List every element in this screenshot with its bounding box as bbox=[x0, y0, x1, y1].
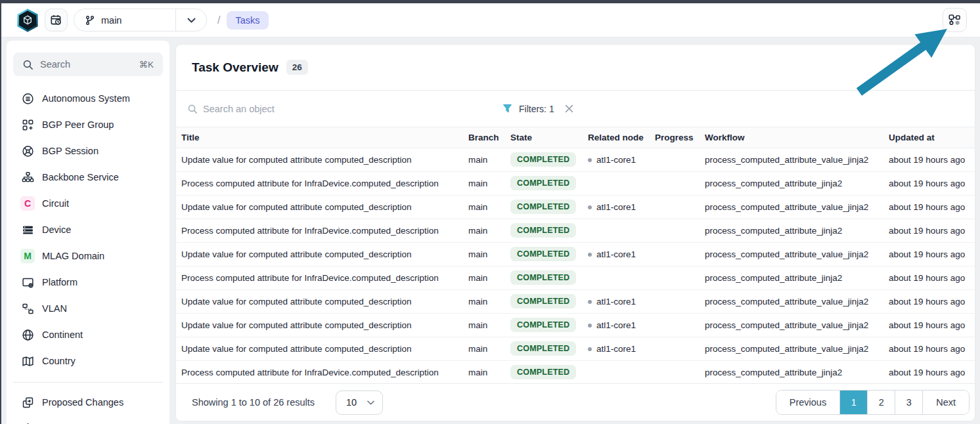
cell-related-node bbox=[583, 219, 650, 242]
cell-state: COMPLETED bbox=[505, 195, 583, 219]
top-accent-bar bbox=[0, 0, 980, 3]
cell-workflow: process_computed_attribute_value_jinja2 bbox=[700, 148, 883, 171]
cell-progress bbox=[650, 313, 700, 337]
search-icon bbox=[22, 59, 33, 70]
column-header-state: State bbox=[505, 127, 583, 148]
cell-branch: main bbox=[463, 289, 505, 313]
cell-updated-at: about 19 hours ago bbox=[883, 195, 975, 219]
table-row[interactable]: Process computed attribute for InfraDevi… bbox=[176, 219, 975, 242]
page-2-button[interactable]: 2 bbox=[867, 391, 895, 414]
table-row[interactable]: Update value for computed attribute comp… bbox=[176, 337, 975, 360]
previous-button[interactable]: Previous bbox=[776, 391, 839, 414]
table-row[interactable]: Update value for computed attribute comp… bbox=[176, 242, 975, 266]
sidebar-item-continent[interactable]: Continent bbox=[7, 322, 169, 348]
status-badge: COMPLETED bbox=[510, 223, 576, 238]
filter-funnel-icon bbox=[502, 104, 512, 114]
object-search[interactable] bbox=[187, 104, 365, 114]
infrahub-logo-icon[interactable] bbox=[16, 9, 39, 32]
cell-related-node: atl1-core1 bbox=[583, 289, 650, 313]
table-row[interactable]: Update value for computed attribute comp… bbox=[176, 148, 975, 171]
column-header-progress: Progress bbox=[650, 127, 700, 148]
cell-updated-at: about 19 hours ago bbox=[883, 266, 975, 289]
status-badge: COMPLETED bbox=[510, 152, 576, 167]
schema-visualizer-button[interactable] bbox=[943, 8, 967, 32]
table-row[interactable]: Process computed attribute for InfraDevi… bbox=[176, 266, 975, 289]
page-size-select[interactable]: 10 bbox=[336, 391, 383, 415]
sidebar-item-backbone-service[interactable]: Backbone Service bbox=[7, 164, 169, 190]
proposed-changes-icon bbox=[20, 395, 35, 410]
cell-branch: main bbox=[463, 313, 505, 337]
sidebar-item-object-management[interactable]: Object Management bbox=[7, 415, 169, 424]
schema-icon bbox=[948, 13, 962, 27]
column-header-workflow: Workflow bbox=[700, 127, 883, 148]
sidebar-item-label: BGP Peer Group bbox=[42, 119, 114, 130]
cell-title: Process computed attribute for InfraDevi… bbox=[176, 360, 463, 384]
cell-branch: main bbox=[463, 266, 505, 289]
breadcrumb-tasks[interactable]: Tasks bbox=[227, 11, 268, 30]
cell-related-node bbox=[583, 360, 650, 384]
cell-related-node bbox=[583, 266, 650, 289]
platform-icon bbox=[20, 275, 35, 289]
branch-selector[interactable]: main bbox=[74, 9, 207, 32]
cell-workflow: process_computed_attribute_jinja2 bbox=[700, 219, 883, 242]
page-1-button[interactable]: 1 bbox=[839, 391, 867, 414]
cell-title: Process computed attribute for InfraDevi… bbox=[176, 266, 463, 289]
time-travel-calendar-button[interactable] bbox=[45, 9, 68, 32]
cell-branch: main bbox=[463, 171, 505, 195]
filters-chip[interactable]: Filters: 1 bbox=[502, 104, 573, 114]
next-button[interactable]: Next bbox=[922, 391, 969, 414]
search-icon bbox=[187, 104, 198, 114]
table-row[interactable]: Process computed attribute for InfraDevi… bbox=[176, 360, 975, 384]
sidebar-item-bgp-session[interactable]: BGP Session bbox=[7, 138, 169, 164]
cell-workflow: process_computed_attribute_value_jinja2 bbox=[700, 337, 883, 360]
git-branch-icon bbox=[85, 15, 95, 26]
bgp-peer-group-icon bbox=[20, 117, 35, 132]
sidebar-item-label: Autonomous System bbox=[42, 93, 130, 104]
sidebar-item-device[interactable]: Device bbox=[7, 217, 169, 243]
page-3-button[interactable]: 3 bbox=[895, 391, 922, 414]
pagination: Previous123Next bbox=[776, 390, 969, 415]
sidebar-footer-menu: Proposed ChangesObject Management bbox=[7, 389, 169, 424]
cell-workflow: process_computed_attribute_jinja2 bbox=[700, 360, 883, 384]
cell-progress bbox=[650, 266, 700, 289]
cell-state: COMPLETED bbox=[505, 148, 583, 171]
cell-updated-at: about 19 hours ago bbox=[883, 313, 975, 337]
sidebar-item-autonomous-system[interactable]: Autonomous System bbox=[7, 85, 169, 112]
bgp-session-icon bbox=[20, 144, 35, 158]
calendar-clock-icon bbox=[50, 14, 62, 26]
sidebar-divider bbox=[13, 382, 163, 383]
sidebar-item-platform[interactable]: Platform bbox=[7, 269, 169, 295]
sidebar-item-mlag-domain[interactable]: MMLAG Domain bbox=[7, 243, 169, 269]
branch-selector-toggle[interactable] bbox=[175, 9, 206, 31]
table-row[interactable]: Update value for computed attribute comp… bbox=[176, 195, 975, 219]
cell-workflow: process_computed_attribute_jinja2 bbox=[700, 171, 883, 195]
chevron-down-icon bbox=[367, 400, 374, 405]
sidebar-item-country[interactable]: Country bbox=[7, 348, 169, 374]
sidebar-menu: Autonomous SystemBGP Peer GroupBGP Sessi… bbox=[7, 85, 169, 374]
cell-workflow: process_computed_attribute_value_jinja2 bbox=[700, 242, 883, 266]
cell-related-node bbox=[583, 171, 650, 195]
sidebar-item-proposed-changes[interactable]: Proposed Changes bbox=[7, 389, 169, 415]
cell-title: Update value for computed attribute comp… bbox=[176, 195, 463, 219]
cell-related-node: atl1-core1 bbox=[583, 242, 650, 266]
clear-filters-button[interactable] bbox=[565, 104, 573, 113]
status-badge: COMPLETED bbox=[510, 176, 576, 190]
cell-progress bbox=[650, 148, 700, 171]
cell-workflow: process_computed_attribute_value_jinja2 bbox=[700, 289, 883, 313]
cell-related-node: atl1-core1 bbox=[583, 195, 650, 219]
cell-branch: main bbox=[463, 360, 505, 384]
task-overview-panel: Task Overview 26 Filters: 1 TitleBranchS… bbox=[176, 45, 975, 421]
object-search-input[interactable] bbox=[203, 104, 334, 114]
sidebar-item-circuit[interactable]: CCircuit bbox=[7, 190, 169, 217]
cell-branch: main bbox=[463, 337, 505, 360]
status-badge: COMPLETED bbox=[510, 341, 576, 356]
window-left-edge bbox=[0, 0, 1, 424]
sidebar-search[interactable]: Search ⌘K bbox=[13, 53, 163, 76]
sidebar-item-vlan[interactable]: VLAN bbox=[7, 295, 169, 322]
table-row[interactable]: Update value for computed attribute comp… bbox=[176, 289, 975, 313]
table-row[interactable]: Process computed attribute for InfraDevi… bbox=[176, 171, 975, 195]
cell-workflow: process_computed_attribute_value_jinja2 bbox=[700, 313, 883, 337]
branch-selector-value[interactable]: main bbox=[74, 9, 175, 31]
sidebar-item-bgp-peer-group[interactable]: BGP Peer Group bbox=[7, 112, 169, 138]
table-row[interactable]: Update value for computed attribute comp… bbox=[176, 313, 975, 337]
